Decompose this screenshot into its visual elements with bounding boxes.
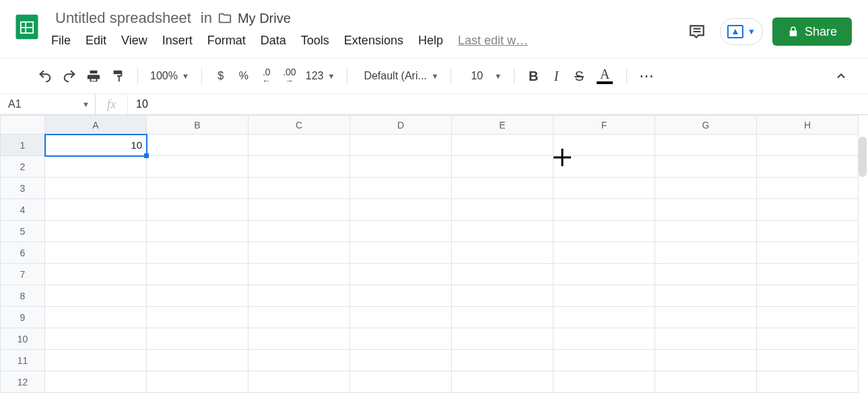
text-color-button[interactable]: A (591, 64, 618, 88)
cell[interactable] (655, 242, 757, 264)
row-header-8[interactable]: 8 (1, 285, 45, 307)
cell[interactable] (452, 285, 554, 307)
cell-f1[interactable] (554, 135, 655, 156)
last-edit-link[interactable]: Last edit w… (458, 34, 528, 48)
row-header-6[interactable]: 6 (1, 242, 45, 264)
cell[interactable] (452, 242, 554, 264)
cell[interactable] (452, 264, 554, 285)
select-all-corner[interactable] (1, 116, 45, 135)
menu-view[interactable]: View (121, 34, 147, 48)
cell[interactable] (350, 371, 452, 393)
bold-button[interactable]: B (523, 64, 544, 88)
cell[interactable] (45, 371, 147, 393)
cell[interactable] (248, 199, 350, 221)
cell[interactable] (655, 199, 757, 221)
cell-e1[interactable] (452, 135, 554, 156)
cell[interactable] (45, 264, 147, 285)
cell[interactable] (350, 264, 452, 285)
strikethrough-button[interactable]: S (568, 64, 590, 88)
cell[interactable] (248, 350, 350, 371)
cell[interactable] (248, 371, 350, 393)
fill-handle[interactable] (144, 153, 149, 158)
cell[interactable] (147, 242, 248, 264)
name-box[interactable]: A1 ▼ (0, 94, 96, 114)
cell[interactable] (554, 199, 655, 221)
cell[interactable] (147, 350, 248, 371)
cell-h1[interactable] (757, 135, 859, 156)
cell[interactable] (757, 371, 859, 393)
cell[interactable] (655, 221, 757, 242)
cell[interactable] (350, 221, 452, 242)
cell[interactable] (248, 328, 350, 350)
cell-g1[interactable] (655, 135, 757, 156)
cell[interactable] (248, 178, 350, 199)
currency-button[interactable]: $ (210, 64, 232, 88)
row-header-3[interactable]: 3 (1, 178, 45, 199)
cell[interactable] (248, 264, 350, 285)
comments-icon[interactable] (683, 18, 710, 45)
cell-b1[interactable] (147, 135, 248, 156)
cell[interactable] (248, 285, 350, 307)
cell[interactable] (757, 199, 859, 221)
cell[interactable] (350, 328, 452, 350)
cell[interactable] (45, 350, 147, 371)
number-format-dropdown[interactable]: 123▼ (302, 64, 339, 88)
formula-input[interactable] (128, 94, 868, 114)
redo-button[interactable] (58, 64, 81, 88)
sheets-logo[interactable] (11, 5, 43, 48)
spreadsheet-grid[interactable]: A B C D E F G H 1 10 2 3 4 5 6 7 8 9 10 … (0, 115, 868, 393)
decrease-decimal-button[interactable]: .0← (256, 64, 277, 88)
increase-decimal-button[interactable]: .00→ (279, 64, 300, 88)
font-size-dropdown[interactable]: 10▼ (459, 64, 506, 88)
cell[interactable] (757, 328, 859, 350)
cell[interactable] (248, 307, 350, 328)
column-header-c[interactable]: C (248, 116, 350, 135)
cell[interactable] (554, 350, 655, 371)
cell[interactable] (147, 178, 248, 199)
menu-tools[interactable]: Tools (301, 34, 329, 48)
row-header-9[interactable]: 9 (1, 307, 45, 328)
cell[interactable] (757, 350, 859, 371)
menu-insert[interactable]: Insert (162, 34, 193, 48)
cell[interactable] (757, 285, 859, 307)
cell[interactable] (655, 371, 757, 393)
cell[interactable] (452, 156, 554, 178)
cell-a1[interactable]: 10 (45, 135, 147, 156)
cell[interactable] (248, 221, 350, 242)
row-header-11[interactable]: 11 (1, 350, 45, 371)
cell[interactable] (45, 285, 147, 307)
cell[interactable] (350, 242, 452, 264)
column-header-h[interactable]: H (757, 116, 859, 135)
cell-d1[interactable] (350, 135, 452, 156)
cell[interactable] (45, 221, 147, 242)
cell[interactable] (350, 285, 452, 307)
cell[interactable] (350, 307, 452, 328)
document-title[interactable]: Untitled spreadsheet (51, 8, 195, 28)
cell[interactable] (655, 350, 757, 371)
cell[interactable] (452, 221, 554, 242)
row-header-7[interactable]: 7 (1, 264, 45, 285)
cell[interactable] (655, 328, 757, 350)
italic-button[interactable]: I (545, 64, 567, 88)
cell[interactable] (147, 156, 248, 178)
column-header-e[interactable]: E (452, 116, 554, 135)
menu-edit[interactable]: Edit (86, 34, 106, 48)
column-header-f[interactable]: F (554, 116, 655, 135)
cell[interactable] (655, 178, 757, 199)
print-button[interactable] (82, 64, 105, 88)
cell[interactable] (554, 371, 655, 393)
row-header-4[interactable]: 4 (1, 199, 45, 221)
cell[interactable] (45, 156, 147, 178)
menu-data[interactable]: Data (261, 34, 286, 48)
cell[interactable] (45, 242, 147, 264)
cell[interactable] (452, 350, 554, 371)
cell[interactable] (757, 221, 859, 242)
cell[interactable] (655, 307, 757, 328)
column-header-g[interactable]: G (655, 116, 757, 135)
cell[interactable] (147, 199, 248, 221)
cell[interactable] (452, 199, 554, 221)
cell[interactable] (655, 264, 757, 285)
row-header-2[interactable]: 2 (1, 156, 45, 178)
more-tools-button[interactable]: ⋯ (635, 64, 659, 88)
cell[interactable] (45, 328, 147, 350)
